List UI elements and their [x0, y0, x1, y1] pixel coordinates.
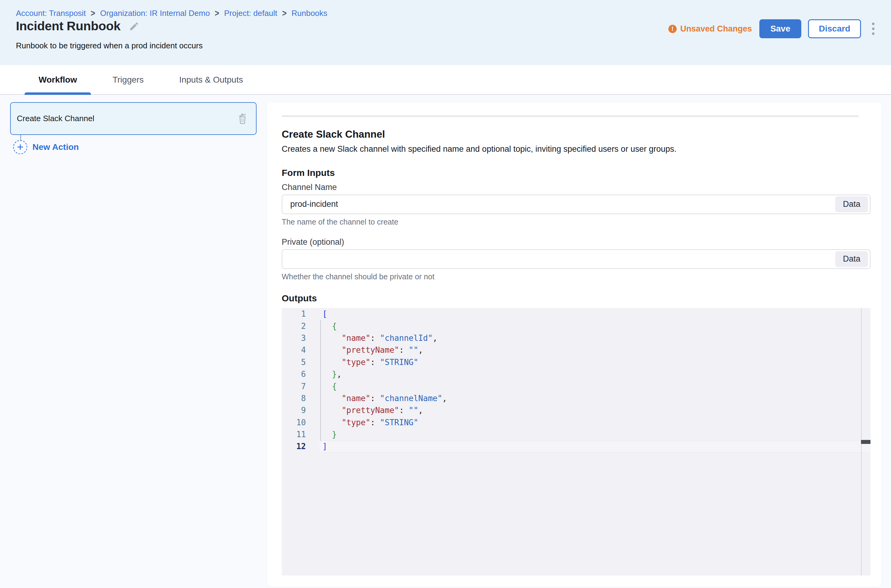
breadcrumb: Account: Transposit>Organization: IR Int…	[16, 9, 327, 18]
code-line: 9 "prettyName": "",	[282, 405, 870, 416]
tab-bar: WorkflowTriggersInputs & Outputs	[0, 65, 891, 95]
section-divider	[282, 116, 859, 117]
breadcrumb-link[interactable]: Organization: IR Internal Demo	[100, 9, 210, 18]
outputs-heading: Outputs	[282, 293, 870, 304]
code-line: 8 "name": "channelName",	[282, 392, 870, 404]
line-number: 10	[282, 418, 306, 427]
unsaved-changes-label: Unsaved Changes	[680, 24, 752, 34]
content-area: Create Slack Channel + New Action Create…	[0, 95, 891, 588]
private-input[interactable]	[282, 250, 835, 268]
line-number: 6	[282, 370, 306, 379]
page-subtitle: Runbook to be triggered when a prod inci…	[16, 41, 203, 51]
tab-triggers[interactable]: Triggers	[98, 65, 158, 94]
new-action-button[interactable]: + New Action	[13, 140, 79, 154]
page-title: Incident Runbook	[16, 19, 120, 33]
line-number: 1	[282, 309, 306, 318]
line-number: 8	[282, 394, 306, 403]
code-line: 2 {	[282, 320, 870, 332]
delete-action-trash-icon[interactable]	[236, 111, 249, 126]
workflow-action-card[interactable]: Create Slack Channel	[10, 102, 257, 135]
code-line: 4 "prettyName": "",	[282, 344, 870, 356]
breadcrumb-separator-icon: >	[90, 8, 95, 18]
edit-title-pencil-icon[interactable]	[129, 21, 139, 32]
breadcrumb-separator-icon: >	[215, 8, 219, 18]
line-number: 3	[282, 333, 306, 343]
private-field: Private (optional) Data Whether the chan…	[282, 237, 870, 281]
outputs-code-editor[interactable]: 1[2 {3 "name": "channelId",4 "prettyName…	[282, 308, 870, 576]
code-lines: 1[2 {3 "name": "channelId",4 "prettyName…	[282, 308, 870, 453]
line-number: 11	[282, 430, 306, 439]
private-help: Whether the channel should be private or…	[282, 272, 870, 281]
page-header: Account: Transposit>Organization: IR Int…	[0, 0, 891, 65]
tab-workflow[interactable]: Workflow	[24, 65, 91, 94]
line-number: 4	[282, 345, 306, 355]
editor-scrollbar-thumb[interactable]	[861, 440, 870, 444]
channel-name-label: Channel Name	[282, 183, 870, 192]
breadcrumb-link[interactable]: Account: Transposit	[16, 9, 86, 18]
action-card-label: Create Slack Channel	[17, 114, 94, 123]
workflow-panel: Create Slack Channel + New Action	[0, 95, 267, 588]
title-row: Incident Runbook	[16, 19, 139, 33]
private-data-button[interactable]: Data	[835, 251, 868, 267]
breadcrumb-link[interactable]: Project: default	[224, 9, 277, 18]
action-detail-panel: Create Slack Channel Creates a new Slack…	[267, 102, 882, 587]
line-number: 12	[282, 442, 306, 451]
save-button[interactable]: Save	[759, 19, 801, 38]
code-line: 5 "type": "STRING"	[282, 356, 870, 368]
form-inputs-heading: Form Inputs	[282, 167, 870, 178]
header-actions: ! Unsaved Changes Save Discard	[668, 19, 877, 39]
channel-name-data-button[interactable]: Data	[835, 196, 868, 212]
unsaved-changes-badge: ! Unsaved Changes	[668, 24, 752, 34]
code-line: 7 {	[282, 380, 870, 392]
plus-icon: +	[13, 140, 27, 154]
tab-inputs-outputs[interactable]: Inputs & Outputs	[165, 65, 257, 94]
channel-name-help: The name of the channel to create	[282, 218, 870, 226]
channel-name-input[interactable]	[282, 195, 835, 213]
breadcrumb-separator-icon: >	[282, 8, 287, 18]
line-number: 5	[282, 358, 306, 367]
channel-name-field: Channel Name Data The name of the channe…	[282, 183, 870, 226]
channel-name-input-wrap: Data	[282, 195, 870, 214]
line-number: 7	[282, 382, 306, 391]
code-line: 6 },	[282, 368, 870, 380]
code-line: 11 }	[282, 428, 870, 440]
kebab-menu-icon[interactable]	[869, 21, 877, 37]
warning-icon: !	[668, 25, 677, 33]
code-line: 12]	[282, 441, 870, 453]
discard-button[interactable]: Discard	[808, 19, 861, 38]
code-line: 3 "name": "channelId",	[282, 332, 870, 344]
line-number: 2	[282, 321, 306, 331]
breadcrumb-link[interactable]: Runbooks	[292, 9, 327, 18]
action-title: Create Slack Channel	[282, 128, 870, 140]
actions-list: Create Slack Channel	[0, 102, 267, 135]
private-input-wrap: Data	[282, 249, 870, 269]
line-number: 9	[282, 406, 306, 415]
code-line: 1[	[282, 308, 870, 320]
new-action-label: New Action	[32, 142, 79, 152]
action-description: Creates a new Slack channel with specifi…	[282, 144, 870, 154]
private-label: Private (optional)	[282, 237, 870, 247]
code-line: 10 "type": "STRING"	[282, 416, 870, 428]
